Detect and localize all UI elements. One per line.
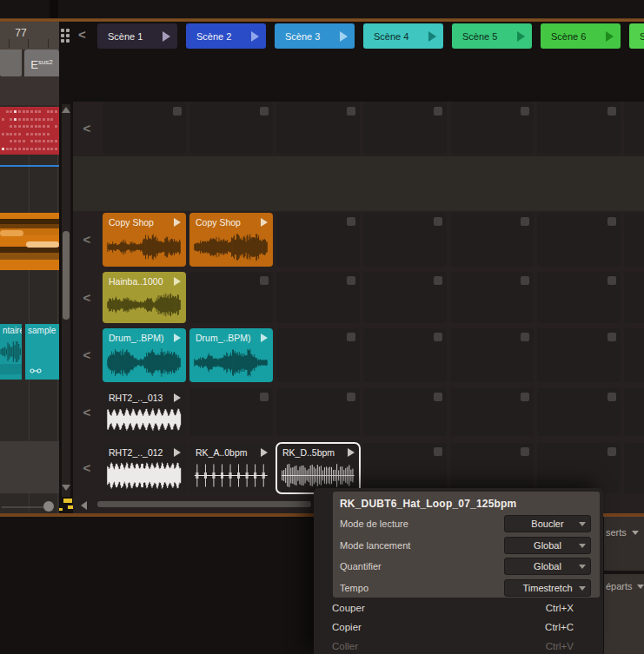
scene-button-3[interactable]: Scène 3 [275,23,355,49]
clip-play-icon[interactable] [174,277,181,286]
chevron-down-icon[interactable] [632,531,639,535]
play-icon[interactable] [340,31,348,42]
clip-hainba-1000[interactable]: Hainba..1000 [103,272,186,323]
empty-clip-slot[interactable] [624,328,644,382]
empty-clip-slot[interactable] [450,328,534,382]
empty-clip-slot[interactable] [363,272,447,323]
empty-clip-slot[interactable] [450,102,534,154]
empty-clip-slot[interactable] [363,388,447,436]
scene-button-6[interactable]: Scène 6 [541,23,621,49]
stop-button[interactable] [434,333,442,341]
empty-clip-slot[interactable] [363,443,447,493]
inserts-header-right[interactable]: serts [604,517,644,538]
clip-play-icon[interactable] [348,448,355,457]
stop-button[interactable] [607,447,616,456]
stop-button[interactable] [521,276,529,285]
stop-button[interactable] [347,333,355,341]
empty-clip-slot[interactable] [624,443,644,493]
vertical-scrollbar[interactable] [62,104,70,497]
empty-clip-slot[interactable] [189,388,273,436]
track-fold-chevron[interactable]: < [81,121,93,135]
scrollbar-thumb[interactable] [63,231,70,320]
scroll-up-icon[interactable] [62,107,70,113]
zoom-slider-track[interactable] [2,506,45,508]
stop-button[interactable] [607,217,616,226]
empty-clip-slot[interactable] [363,328,447,382]
stop-button[interactable] [607,333,616,341]
dropdown-quantifier[interactable]: Global [504,558,591,575]
clip-play-icon[interactable] [174,393,181,402]
chord-event[interactable]: Esus2 [24,50,59,76]
empty-clip-slot[interactable] [450,213,534,267]
stop-button[interactable] [521,393,529,401]
empty-clip-slot[interactable] [276,328,360,382]
empty-clip-slot[interactable] [624,213,644,267]
arrangement-strip[interactable]: ntaire sample [0,105,59,513]
clip-play-icon[interactable] [174,218,181,227]
empty-clip-slot[interactable] [537,213,621,267]
scroll-down-icon[interactable] [62,485,70,491]
stop-button[interactable] [260,276,269,285]
clip-rk-d-5bpm[interactable]: RK_D..5bpm [276,443,360,493]
empty-clip-slot[interactable] [363,102,447,154]
stop-button[interactable] [607,107,616,116]
pattern-clip[interactable] [0,107,59,155]
empty-clip-slot[interactable] [537,388,621,436]
play-icon[interactable] [606,31,614,42]
stop-button[interactable] [173,107,182,116]
empty-clip-slot[interactable] [624,272,644,323]
sends-header-right[interactable]: éparts [604,574,644,591]
stop-button[interactable] [347,217,355,226]
empty-clip-slot[interactable] [537,272,621,323]
menu-item-couper[interactable]: CouperCtrl+X [314,599,603,618]
clip-drum-bpm-[interactable]: Drum_..BPM) [103,328,186,382]
stop-button[interactable] [434,276,442,285]
empty-clip-slot[interactable] [189,102,273,154]
empty-clip-slot[interactable] [276,102,360,154]
stop-button[interactable] [347,107,355,116]
stop-button[interactable] [260,107,269,116]
stop-button[interactable] [521,447,529,456]
teal-clip-1[interactable]: ntaire [0,324,22,380]
clip-copy-shop[interactable]: Copy Shop [103,213,186,267]
stop-button[interactable] [434,217,442,226]
h-scrollbar-thumb[interactable] [97,501,311,507]
scroll-left-icon[interactable] [81,501,87,510]
clip-play-icon[interactable] [261,448,268,457]
empty-clip-slot[interactable] [450,272,534,323]
dropdown-mode-lancement[interactable]: Global [504,537,591,554]
stop-button[interactable] [434,107,442,116]
stop-button[interactable] [521,333,529,341]
empty-clip-slot[interactable] [450,443,534,493]
empty-clip-slot[interactable] [537,328,621,382]
empty-clip-slot[interactable] [189,272,273,323]
scene-button-2[interactable]: Scène 2 [186,23,266,49]
empty-clip-slot[interactable] [363,213,447,267]
clip-copy-shop[interactable]: Copy Shop [189,213,273,267]
empty-clip-slot[interactable] [276,388,360,436]
teal-clip-2[interactable]: sample [25,324,59,380]
clip-play-icon[interactable] [174,334,181,342]
track-fold-chevron[interactable]: < [81,347,93,362]
scene-button-5[interactable]: Scène 5 [452,23,532,49]
stop-button[interactable] [434,393,442,401]
scene-button-7[interactable]: Scène 7 [629,23,644,49]
stop-button[interactable] [521,107,529,116]
track-fold-chevron[interactable]: < [81,290,93,305]
empty-clip-slot[interactable] [450,388,534,436]
chevron-down-icon[interactable] [637,585,644,589]
stop-button[interactable] [434,447,442,456]
chord-event-partial[interactable] [0,50,22,76]
stop-button[interactable] [521,217,529,226]
play-icon[interactable] [251,31,259,42]
dropdown-mode-de-lecture[interactable]: Boucler [504,515,591,532]
zoom-slider-knob[interactable] [43,501,54,512]
scene-button-1[interactable]: Scène 1 [97,23,177,49]
track-fold-chevron[interactable]: < [81,460,93,475]
clip-drum-bpm-[interactable]: Drum_..BPM) [189,328,273,382]
track-fold-chevron[interactable]: < [81,232,93,247]
empty-clip-slot[interactable] [624,388,644,436]
clip-play-icon[interactable] [174,448,181,457]
stop-button[interactable] [260,393,269,401]
stop-button[interactable] [347,276,355,285]
